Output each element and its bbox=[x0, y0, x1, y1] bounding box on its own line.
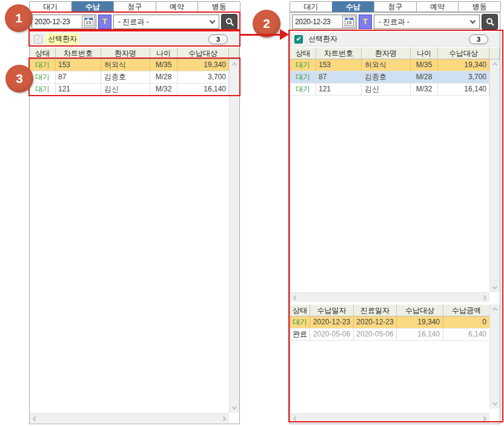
cell-name: 허외식 bbox=[101, 59, 150, 71]
table-row[interactable]: 대기87김종호M/283,700 bbox=[30, 71, 229, 84]
scroll-left-icon[interactable] bbox=[293, 416, 298, 421]
horizontal-scrollbar-middle[interactable] bbox=[290, 292, 489, 302]
header-chart-no[interactable]: 차트번호 bbox=[316, 47, 362, 59]
scroll-down-icon[interactable] bbox=[492, 401, 497, 405]
cell-chart-no: 153 bbox=[56, 59, 101, 71]
today-button[interactable]: T bbox=[359, 15, 372, 29]
vertical-scrollbar-top[interactable] bbox=[489, 59, 500, 292]
header-chart-no[interactable]: 차트번호 bbox=[56, 47, 101, 59]
header-stub bbox=[229, 47, 239, 59]
selected-patient-checkbox[interactable]: ✔ bbox=[294, 35, 303, 44]
cell-receipt-date: 2020-05-06 bbox=[310, 329, 354, 340]
department-select[interactable]: - 진료과 - bbox=[113, 15, 219, 29]
cell-target: 16,140 bbox=[397, 329, 443, 340]
cell-chart-no: 121 bbox=[316, 84, 362, 95]
tab-receipt[interactable]: 수납 bbox=[332, 1, 375, 12]
department-value: - 진료과 - bbox=[379, 17, 409, 27]
scroll-up-icon[interactable] bbox=[232, 62, 237, 67]
header-status[interactable]: 상태 bbox=[290, 47, 316, 59]
header-name[interactable]: 환자명 bbox=[101, 47, 150, 59]
table-row[interactable]: 대기153허외식M/3519,340 bbox=[30, 59, 229, 71]
cell-amount: 6,140 bbox=[443, 329, 490, 340]
header-target[interactable]: 수납대상 bbox=[397, 304, 443, 316]
tab-ward[interactable]: 병동 bbox=[197, 1, 240, 12]
selected-patient-label: 선택환자 bbox=[46, 33, 79, 45]
cell-status: 대기 bbox=[290, 71, 316, 83]
date-value: 2020-12-23 bbox=[35, 18, 82, 26]
cell-status: 대기 bbox=[290, 59, 316, 71]
scroll-left-icon[interactable] bbox=[293, 295, 298, 300]
tab-reservation[interactable]: 예약 bbox=[416, 1, 459, 12]
calendar-button[interactable]: 15 bbox=[342, 16, 356, 28]
header-age[interactable]: 나이 bbox=[411, 47, 438, 59]
cell-amount: 0 bbox=[443, 316, 490, 328]
header-status[interactable]: 상태 bbox=[290, 304, 310, 316]
patient-table-body: 대기153허외식M/3519,340대기87김종호M/283,700대기121김… bbox=[30, 59, 229, 96]
horizontal-scrollbar[interactable] bbox=[30, 413, 229, 423]
department-select[interactable]: - 진료과 - bbox=[374, 15, 480, 29]
vertical-scrollbar[interactable] bbox=[229, 59, 239, 413]
search-icon bbox=[225, 18, 234, 26]
tab-waiting[interactable]: 대기 bbox=[290, 1, 333, 12]
table-row[interactable]: 완료2020-05-062020-05-0616,1406,140 bbox=[290, 329, 490, 341]
selected-patient-row: ✓ 선택환자 3 bbox=[30, 32, 239, 47]
table-row[interactable]: 대기121김신M/3216,140 bbox=[30, 84, 229, 96]
scroll-down-icon[interactable] bbox=[232, 405, 237, 410]
cell-age: M/28 bbox=[150, 71, 177, 83]
cell-age: M/28 bbox=[411, 71, 438, 83]
tab-ward[interactable]: 병동 bbox=[458, 1, 501, 12]
patient-count-badge[interactable]: 3 bbox=[469, 34, 488, 44]
cell-amount: 3,700 bbox=[177, 71, 229, 83]
header-name[interactable]: 환자명 bbox=[362, 47, 411, 59]
cell-status: 대기 bbox=[290, 84, 316, 95]
table-row[interactable]: 대기87김종호M/283,700 bbox=[290, 71, 489, 84]
horizontal-scrollbar-bottom[interactable] bbox=[290, 413, 489, 423]
tab-reservation[interactable]: 예약 bbox=[156, 1, 199, 12]
header-paid[interactable]: 수납금액 bbox=[443, 304, 490, 316]
patient-count-badge[interactable]: 3 bbox=[208, 34, 228, 44]
vertical-scrollbar-bottom[interactable] bbox=[489, 304, 500, 408]
today-button[interactable]: T bbox=[98, 15, 111, 29]
scroll-up-icon[interactable] bbox=[492, 62, 497, 67]
header-status[interactable]: 상태 bbox=[30, 47, 56, 59]
annotation-circle-2: 2 bbox=[253, 10, 280, 38]
header-age[interactable]: 나이 bbox=[150, 47, 177, 59]
patient-grid-header: 상태 차트번호 환자명 나이 수납대상 bbox=[290, 47, 500, 59]
tab-waiting[interactable]: 대기 bbox=[29, 1, 72, 12]
table-row[interactable]: 대기121김신M/3216,140 bbox=[290, 84, 489, 96]
tab-claim[interactable]: 청구 bbox=[374, 1, 417, 12]
header-treat-date[interactable]: 진료일자 bbox=[354, 304, 397, 316]
panel-body: 2020-12-23 15 T - 진료과 - bbox=[290, 12, 500, 424]
cell-age: M/32 bbox=[411, 84, 438, 95]
header-amount[interactable]: 수납대상 bbox=[438, 47, 489, 59]
table-row[interactable]: 대기2020-12-232020-12-2319,3400 bbox=[290, 316, 490, 329]
cell-chart-no: 153 bbox=[316, 59, 362, 71]
scroll-down-icon[interactable] bbox=[492, 284, 497, 289]
search-button[interactable] bbox=[482, 14, 498, 30]
scroll-right-icon[interactable] bbox=[482, 295, 486, 300]
calendar-button[interactable]: 15 bbox=[82, 16, 95, 28]
scroll-right-icon[interactable] bbox=[221, 416, 226, 421]
cell-status: 대기 bbox=[30, 84, 56, 95]
cell-status: 대기 bbox=[30, 59, 56, 71]
tab-claim[interactable]: 청구 bbox=[113, 1, 156, 12]
panel-body: 2020-12-23 15 T - 진료과 - bbox=[29, 12, 240, 424]
date-input[interactable]: 2020-12-23 15 bbox=[292, 15, 357, 29]
tab-bar: 대기 수납 청구 예약 병동 bbox=[29, 1, 240, 12]
date-input[interactable]: 2020-12-23 15 bbox=[31, 15, 96, 29]
search-button[interactable] bbox=[221, 14, 237, 30]
scroll-right-icon[interactable] bbox=[482, 416, 486, 421]
selected-patient-checkbox[interactable]: ✓ bbox=[34, 35, 42, 44]
filter-row: 2020-12-23 15 T - 진료과 - bbox=[290, 13, 500, 31]
table-row[interactable]: 대기153허외식M/3519,340 bbox=[290, 59, 489, 71]
scroll-left-icon[interactable] bbox=[33, 416, 38, 421]
scroll-up-icon[interactable] bbox=[492, 307, 497, 312]
tab-bar: 대기 수납 청구 예약 병동 bbox=[290, 1, 500, 12]
selected-patient-row: ✔ 선택환자 3 bbox=[290, 32, 500, 47]
cell-status: 대기 bbox=[290, 316, 310, 328]
cell-treat-date: 2020-05-06 bbox=[354, 329, 397, 340]
cell-amount: 19,340 bbox=[177, 59, 229, 71]
tab-receipt[interactable]: 수납 bbox=[71, 1, 114, 12]
header-receipt-date[interactable]: 수납일자 bbox=[310, 304, 354, 316]
header-amount[interactable]: 수납대상 bbox=[177, 47, 229, 59]
